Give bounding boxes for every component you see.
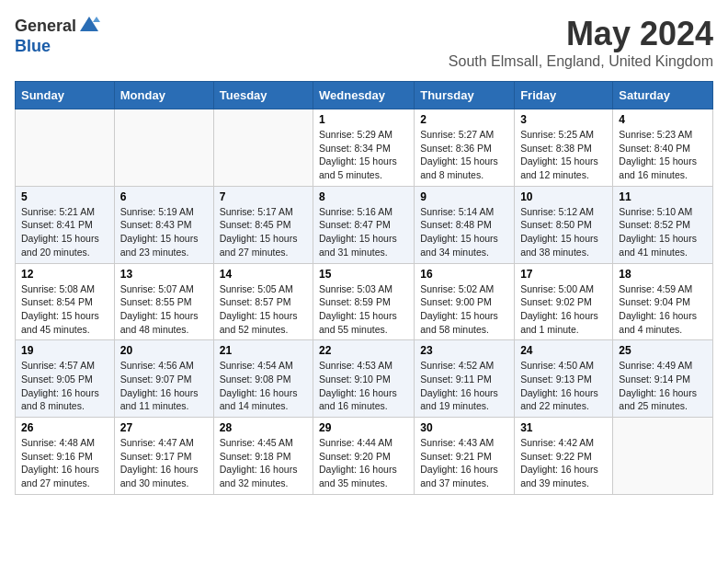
day-header-monday: Monday [114, 82, 213, 109]
calendar-cell: 7Sunrise: 5:17 AM Sunset: 8:45 PM Daylig… [213, 186, 313, 263]
day-info: Sunrise: 5:03 AM Sunset: 8:59 PM Dayligh… [319, 282, 408, 337]
page-header: General Blue May 2024 South Elmsall, Eng… [15, 15, 713, 70]
calendar-cell: 18Sunrise: 4:59 AM Sunset: 9:04 PM Dayli… [613, 263, 713, 340]
svg-marker-1 [93, 17, 100, 22]
calendar-cell: 13Sunrise: 5:07 AM Sunset: 8:55 PM Dayli… [114, 263, 213, 340]
day-info: Sunrise: 5:00 AM Sunset: 9:02 PM Dayligh… [520, 282, 607, 337]
week-row-2: 5Sunrise: 5:21 AM Sunset: 8:41 PM Daylig… [16, 186, 713, 263]
calendar-cell: 22Sunrise: 4:53 AM Sunset: 9:10 PM Dayli… [313, 340, 415, 418]
calendar-cell: 6Sunrise: 5:19 AM Sunset: 8:43 PM Daylig… [114, 186, 213, 263]
calendar-cell: 4Sunrise: 5:23 AM Sunset: 8:40 PM Daylig… [613, 109, 713, 187]
day-info: Sunrise: 5:21 AM Sunset: 8:41 PM Dayligh… [21, 205, 108, 259]
week-row-4: 19Sunrise: 4:57 AM Sunset: 9:05 PM Dayli… [16, 340, 713, 418]
logo: General Blue [15, 15, 100, 56]
day-info: Sunrise: 4:54 AM Sunset: 9:08 PM Dayligh… [220, 359, 307, 413]
day-number: 16 [420, 268, 508, 281]
calendar-cell: 12Sunrise: 5:08 AM Sunset: 8:54 PM Dayli… [16, 263, 115, 340]
calendar-cell [114, 109, 213, 187]
calendar-cell: 31Sunrise: 4:42 AM Sunset: 9:22 PM Dayli… [515, 418, 613, 495]
day-number: 21 [220, 344, 307, 357]
day-info: Sunrise: 5:07 AM Sunset: 8:55 PM Dayligh… [120, 282, 208, 337]
day-number: 20 [120, 344, 208, 357]
calendar-cell: 11Sunrise: 5:10 AM Sunset: 8:52 PM Dayli… [613, 186, 713, 263]
day-info: Sunrise: 4:45 AM Sunset: 9:18 PM Dayligh… [220, 436, 307, 490]
day-info: Sunrise: 4:53 AM Sunset: 9:10 PM Dayligh… [319, 359, 408, 413]
calendar-cell: 29Sunrise: 4:44 AM Sunset: 9:20 PM Dayli… [313, 418, 415, 495]
day-info: Sunrise: 4:52 AM Sunset: 9:11 PM Dayligh… [420, 359, 508, 413]
calendar-cell: 28Sunrise: 4:45 AM Sunset: 9:18 PM Dayli… [213, 418, 313, 495]
calendar-cell: 25Sunrise: 4:49 AM Sunset: 9:14 PM Dayli… [613, 340, 713, 418]
logo-icon [78, 15, 100, 37]
day-info: Sunrise: 4:42 AM Sunset: 9:22 PM Dayligh… [520, 436, 607, 490]
logo-text-general: General [15, 17, 76, 36]
day-info: Sunrise: 5:14 AM Sunset: 8:48 PM Dayligh… [420, 205, 508, 259]
day-number: 7 [220, 190, 307, 203]
day-number: 2 [420, 113, 508, 126]
day-number: 22 [319, 344, 408, 357]
week-row-1: 1Sunrise: 5:29 AM Sunset: 8:34 PM Daylig… [16, 109, 713, 187]
day-info: Sunrise: 4:50 AM Sunset: 9:13 PM Dayligh… [520, 359, 607, 413]
day-number: 6 [120, 190, 208, 203]
day-info: Sunrise: 4:59 AM Sunset: 9:04 PM Dayligh… [619, 282, 707, 337]
day-number: 8 [319, 190, 408, 203]
day-info: Sunrise: 5:08 AM Sunset: 8:54 PM Dayligh… [21, 282, 108, 337]
calendar-cell: 2Sunrise: 5:27 AM Sunset: 8:36 PM Daylig… [415, 109, 515, 187]
day-info: Sunrise: 5:12 AM Sunset: 8:50 PM Dayligh… [520, 205, 607, 259]
header-row: SundayMondayTuesdayWednesdayThursdayFrid… [16, 82, 713, 109]
calendar-cell: 17Sunrise: 5:00 AM Sunset: 9:02 PM Dayli… [515, 263, 613, 340]
day-info: Sunrise: 4:48 AM Sunset: 9:16 PM Dayligh… [21, 436, 108, 490]
calendar-cell: 30Sunrise: 4:43 AM Sunset: 9:21 PM Dayli… [415, 418, 515, 495]
day-number: 30 [420, 421, 508, 434]
calendar-cell: 1Sunrise: 5:29 AM Sunset: 8:34 PM Daylig… [313, 109, 415, 187]
day-info: Sunrise: 5:29 AM Sunset: 8:34 PM Dayligh… [319, 128, 408, 182]
day-number: 18 [619, 268, 707, 281]
day-info: Sunrise: 5:05 AM Sunset: 8:57 PM Dayligh… [220, 282, 307, 337]
calendar-cell: 8Sunrise: 5:16 AM Sunset: 8:47 PM Daylig… [313, 186, 415, 263]
day-number: 17 [520, 268, 607, 281]
calendar-cell [213, 109, 313, 187]
calendar-cell: 5Sunrise: 5:21 AM Sunset: 8:41 PM Daylig… [16, 186, 115, 263]
day-number: 19 [21, 344, 108, 357]
day-number: 10 [520, 190, 607, 203]
day-number: 3 [520, 113, 607, 126]
day-info: Sunrise: 5:23 AM Sunset: 8:40 PM Dayligh… [619, 128, 707, 182]
day-number: 11 [619, 190, 707, 203]
calendar-cell: 19Sunrise: 4:57 AM Sunset: 9:05 PM Dayli… [16, 340, 115, 418]
day-number: 1 [319, 113, 408, 126]
day-header-wednesday: Wednesday [313, 82, 415, 109]
day-info: Sunrise: 4:49 AM Sunset: 9:14 PM Dayligh… [619, 359, 707, 413]
day-number: 29 [319, 421, 408, 434]
calendar-cell [613, 418, 713, 495]
day-info: Sunrise: 4:47 AM Sunset: 9:17 PM Dayligh… [120, 436, 208, 490]
day-number: 12 [21, 268, 108, 281]
day-info: Sunrise: 5:16 AM Sunset: 8:47 PM Dayligh… [319, 205, 408, 259]
day-info: Sunrise: 5:02 AM Sunset: 9:00 PM Dayligh… [420, 282, 508, 337]
calendar-table: SundayMondayTuesdayWednesdayThursdayFrid… [15, 81, 713, 495]
calendar-cell: 27Sunrise: 4:47 AM Sunset: 9:17 PM Dayli… [114, 418, 213, 495]
day-info: Sunrise: 5:10 AM Sunset: 8:52 PM Dayligh… [619, 205, 707, 259]
calendar-cell: 14Sunrise: 5:05 AM Sunset: 8:57 PM Dayli… [213, 263, 313, 340]
day-info: Sunrise: 5:25 AM Sunset: 8:38 PM Dayligh… [520, 128, 607, 182]
calendar-cell: 10Sunrise: 5:12 AM Sunset: 8:50 PM Dayli… [515, 186, 613, 263]
calendar-cell: 3Sunrise: 5:25 AM Sunset: 8:38 PM Daylig… [515, 109, 613, 187]
day-header-sunday: Sunday [16, 82, 115, 109]
day-info: Sunrise: 4:57 AM Sunset: 9:05 PM Dayligh… [21, 359, 108, 413]
title-block: May 2024 South Elmsall, England, United … [449, 15, 713, 70]
day-number: 27 [120, 421, 208, 434]
day-number: 14 [220, 268, 307, 281]
day-info: Sunrise: 4:56 AM Sunset: 9:07 PM Dayligh… [120, 359, 208, 413]
logo-text-blue: Blue [15, 37, 51, 55]
day-number: 5 [21, 190, 108, 203]
day-info: Sunrise: 5:17 AM Sunset: 8:45 PM Dayligh… [220, 205, 307, 259]
day-header-tuesday: Tuesday [213, 82, 313, 109]
calendar-cell: 9Sunrise: 5:14 AM Sunset: 8:48 PM Daylig… [415, 186, 515, 263]
day-header-saturday: Saturday [613, 82, 713, 109]
day-header-friday: Friday [515, 82, 613, 109]
calendar-cell: 24Sunrise: 4:50 AM Sunset: 9:13 PM Dayli… [515, 340, 613, 418]
day-number: 9 [420, 190, 508, 203]
day-number: 31 [520, 421, 607, 434]
day-number: 4 [619, 113, 707, 126]
day-number: 28 [220, 421, 307, 434]
day-number: 26 [21, 421, 108, 434]
calendar-cell: 16Sunrise: 5:02 AM Sunset: 9:00 PM Dayli… [415, 263, 515, 340]
